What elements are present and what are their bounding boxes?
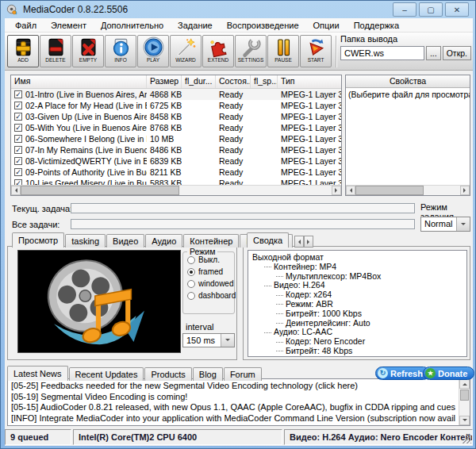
tree-node[interactable]: Кодер: x264: [250, 290, 465, 300]
start-button[interactable]: START: [300, 35, 332, 67]
hscroll-track[interactable]: [179, 186, 332, 195]
file-status: Ready: [216, 145, 251, 155]
minimize-button[interactable]: –: [393, 2, 416, 17]
tab-container[interactable]: Контейнер: [183, 234, 239, 248]
file-checkbox[interactable]: [14, 102, 22, 109]
output-folder-input[interactable]: CWER.ws: [340, 46, 424, 60]
file-checkbox[interactable]: [14, 157, 22, 165]
table-row[interactable]: 03-Given Up (Live in Buenos Aires,...845…: [11, 111, 341, 122]
news-vscrollbar[interactable]: [459, 379, 470, 425]
settings-button[interactable]: SETTINGS: [235, 35, 267, 67]
news-item[interactable]: [05-15] AudioCoder 0.8.21 released, with…: [11, 402, 455, 413]
add-button[interactable]: ADD: [7, 35, 39, 67]
tab-preview[interactable]: Просмотр: [12, 232, 64, 248]
news-item[interactable]: [05-19] Segmental Video Encoding is comi…: [11, 392, 455, 403]
tab-tasking[interactable]: tasking: [65, 234, 106, 248]
scroll-down-icon[interactable]: [459, 416, 470, 425]
scroll-right-icon[interactable]: [460, 186, 470, 195]
file-checkbox[interactable]: [14, 90, 22, 98]
refresh-button[interactable]: ↻ Refresh: [375, 366, 430, 380]
tab-scroll-left-icon[interactable]: [294, 236, 304, 248]
menu-item-task[interactable]: Задание: [171, 19, 220, 32]
tab-scroll-right-icon[interactable]: [304, 236, 313, 248]
tab-forum[interactable]: Forum: [224, 367, 262, 381]
tree-node[interactable]: Битрейт: 1000 Kbps: [250, 309, 465, 319]
tab-latest-news[interactable]: Latest News: [7, 366, 68, 381]
info-button[interactable]: INFO: [105, 35, 136, 67]
vscroll-thumb[interactable]: [460, 390, 469, 401]
table-row[interactable]: 01-Intro (Live in Buenos Aires, Arg...48…: [11, 89, 341, 100]
file-list-hscrollbar[interactable]: [11, 185, 341, 195]
tab-products[interactable]: Products: [144, 367, 191, 381]
tree-node[interactable]: Контейнер: MP4: [250, 263, 465, 272]
menu-item-playback[interactable]: Воспроизведение: [220, 19, 306, 32]
properties-hscrollbar[interactable]: [346, 185, 470, 195]
scroll-up-icon[interactable]: [459, 379, 470, 389]
radio-dashboard[interactable]: dashboard: [187, 291, 234, 300]
hscroll-track[interactable]: [424, 186, 460, 195]
tree-node[interactable]: Битрейт: 48 Kbps: [250, 347, 465, 356]
delete-button[interactable]: DELETE: [40, 35, 71, 67]
news-item[interactable]: [INFO] Integrate MediaCoder into your ap…: [11, 413, 455, 424]
tree-node[interactable]: Кодер: Nero Encoder: [250, 337, 465, 347]
radio-framed[interactable]: framed: [187, 267, 234, 276]
tree-node[interactable]: Режим: ABR: [250, 300, 465, 309]
news-item[interactable]: [05-25] Feedbacks needed for the new Seg…: [11, 381, 455, 392]
empty-button[interactable]: EMPTY: [72, 35, 104, 67]
hscroll-thumb[interactable]: [355, 186, 424, 195]
table-row[interactable]: 07-In My Remains (Live in Buenos ...8486…: [11, 144, 341, 155]
tab-audio[interactable]: Аудио: [145, 234, 182, 248]
menu-item-file[interactable]: Файл: [8, 19, 44, 32]
menu-item-item[interactable]: Элемент: [44, 19, 94, 32]
chevron-down-icon[interactable]: [221, 334, 234, 347]
tab-recent-updates[interactable]: Recent Updates: [69, 367, 144, 381]
table-row[interactable]: 06-Somewhere I Belong (Live in Bu...10 M…: [11, 133, 341, 144]
table-row[interactable]: 09-Points of Authority (Live in Bue...82…: [11, 167, 341, 178]
file-checkbox[interactable]: [14, 124, 22, 132]
file-checkbox[interactable]: [14, 135, 22, 143]
pause-button[interactable]: PAUSE: [267, 35, 299, 67]
interval-select[interactable]: 150 ms: [182, 333, 235, 347]
task-mode-select[interactable]: Normal: [420, 217, 470, 232]
column-header-type[interactable]: Тип: [278, 75, 341, 88]
tab-summary[interactable]: Сводка: [247, 232, 289, 248]
tab-blog[interactable]: Blog: [193, 367, 223, 381]
scroll-left-icon[interactable]: [346, 186, 355, 195]
file-checkbox[interactable]: [14, 146, 22, 154]
column-header-status[interactable]: Состоя...: [216, 75, 251, 88]
maximize-button[interactable]: ▢: [419, 2, 443, 17]
tree-node[interactable]: Видео: H.264: [250, 281, 465, 290]
file-checkbox[interactable]: [14, 179, 22, 185]
open-folder-button[interactable]: Откр.: [443, 46, 471, 60]
scroll-left-icon[interactable]: [11, 186, 21, 195]
tab-video[interactable]: Видео: [106, 234, 144, 248]
wizard-button[interactable]: WIZARD: [170, 35, 202, 67]
column-header-name[interactable]: Имя: [11, 75, 147, 88]
file-checkbox[interactable]: [14, 113, 22, 121]
video-preview-screen[interactable]: [17, 250, 181, 353]
vscroll-track[interactable]: [459, 401, 470, 416]
properties-header[interactable]: Свойства: [346, 75, 470, 88]
menu-item-advanced[interactable]: Дополнительно: [94, 19, 171, 32]
table-row[interactable]: 08-VictimizedQWERTY (Live in Bue...6839 …: [11, 155, 341, 167]
menu-item-options[interactable]: Опции: [306, 19, 347, 32]
table-row[interactable]: 02-A Place for My Head (Live in Bu...672…: [11, 100, 341, 111]
play-button[interactable]: PLAY: [137, 35, 169, 67]
column-header-speed[interactable]: fl_sp...: [251, 75, 278, 88]
chevron-down-icon[interactable]: [456, 217, 470, 231]
radio-windowed[interactable]: windowed: [187, 279, 234, 288]
column-header-duration[interactable]: fl_dur...: [182, 75, 216, 88]
file-checkbox[interactable]: [14, 168, 22, 176]
close-button[interactable]: ✕: [445, 2, 469, 17]
extend-button[interactable]: EXTEND: [202, 35, 234, 67]
menu-item-support[interactable]: Поддержка: [347, 19, 406, 32]
table-row[interactable]: 05-With You (Live in Buenos Aires,...876…: [11, 122, 341, 133]
table-row[interactable]: 10-Lies Greed Misery (Live in Buen...588…: [11, 178, 341, 185]
donate-button[interactable]: ★ Donate: [423, 366, 474, 380]
radio-off[interactable]: Выкл.: [187, 255, 234, 264]
browse-button[interactable]: ...: [426, 46, 441, 60]
column-header-size[interactable]: Размер: [147, 75, 182, 88]
extend-icon: [208, 36, 229, 58]
scroll-right-icon[interactable]: [332, 186, 341, 195]
hscroll-thumb[interactable]: [21, 186, 179, 195]
